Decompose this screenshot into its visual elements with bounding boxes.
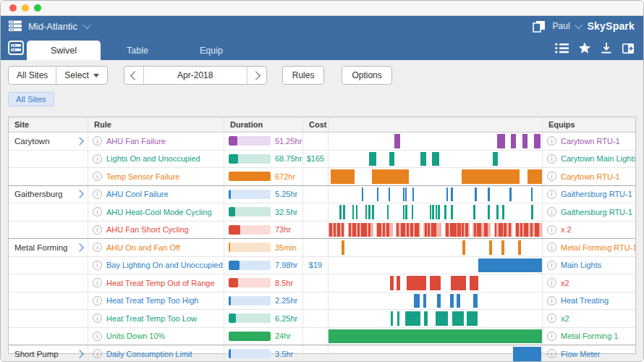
- equip-info-icon[interactable]: i: [547, 349, 556, 358]
- rule-info-icon[interactable]: i: [93, 136, 102, 146]
- rule-link[interactable]: Heat Treat Temp Out of Range: [106, 279, 215, 287]
- equip-info-icon[interactable]: i: [547, 313, 556, 323]
- rule-info-icon[interactable]: i: [93, 296, 102, 306]
- select-dropdown-button[interactable]: Select: [56, 67, 106, 84]
- equip-info-icon[interactable]: i: [547, 190, 556, 199]
- rule-link[interactable]: AHU Cool Failure: [106, 190, 169, 198]
- tab-equip-label: Equip: [200, 46, 223, 56]
- project-menu-icon[interactable]: [8, 20, 22, 32]
- equip-link[interactable]: Metal Forming 1: [561, 332, 618, 340]
- table-row[interactable]: Short PumpiDaily Consumption Limit3.5hri…: [9, 345, 635, 362]
- equip-link[interactable]: Heat Treating: [561, 296, 609, 305]
- equip-link[interactable]: Gaithersburg RTU-1: [561, 190, 632, 198]
- equip-info-icon[interactable]: i: [547, 225, 556, 235]
- column-header-duration[interactable]: Duration: [224, 117, 303, 132]
- site-expand-chevron-icon[interactable]: [75, 243, 83, 251]
- table-row[interactable]: iUnits Down 10%24hriMetal Forming 1: [9, 327, 635, 345]
- timeline-segment: [488, 188, 489, 202]
- column-header-rule[interactable]: Rule: [88, 117, 224, 132]
- rule-link[interactable]: AHU Fan Failure: [106, 137, 166, 146]
- table-row[interactable]: Metal FormingiAHU On and Fan Off35miniMe…: [9, 238, 635, 256]
- favorite-star-icon[interactable]: [578, 42, 591, 54]
- table-row[interactable]: iLights On and Unoccupied68.75hr$165iCar…: [9, 150, 635, 168]
- table-row[interactable]: iTemp Sensor Failure672hriCarytown RTU-1: [9, 167, 635, 185]
- close-window-button[interactable]: [9, 4, 17, 12]
- equip-link[interactable]: x 2: [561, 225, 572, 234]
- rule-info-icon[interactable]: i: [93, 207, 102, 216]
- rule-info-icon[interactable]: i: [93, 313, 102, 323]
- equip-info-icon[interactable]: i: [547, 172, 556, 181]
- equip-link[interactable]: x2: [561, 314, 569, 323]
- list-view-icon[interactable]: [555, 43, 569, 54]
- equip-info-icon[interactable]: i: [547, 332, 556, 341]
- rule-link[interactable]: Temp Sensor Failure: [106, 172, 180, 181]
- rule-link[interactable]: AHU Fan Short Cycling: [106, 225, 189, 234]
- table-row[interactable]: iHeat Treat Temp Out of Range8.5hrix2: [9, 274, 635, 292]
- column-header-cost[interactable]: Cost: [303, 117, 329, 132]
- rule-info-icon[interactable]: i: [93, 154, 102, 164]
- equip-info-icon[interactable]: i: [547, 261, 556, 270]
- site-expand-chevron-icon[interactable]: [75, 190, 83, 198]
- user-menu[interactable]: Paul: [553, 21, 580, 31]
- rule-info-icon[interactable]: i: [93, 349, 102, 358]
- rule-info-icon[interactable]: i: [93, 243, 102, 252]
- all-sites-button[interactable]: All Sites: [9, 67, 56, 84]
- tab-equip[interactable]: Equip: [174, 41, 248, 60]
- all-sites-filter-chip[interactable]: All Sites: [8, 92, 54, 106]
- equip-link[interactable]: Flow Meter: [561, 350, 600, 358]
- duplicate-view-icon[interactable]: [533, 20, 546, 33]
- table-row[interactable]: iAHU Fan Short Cycling73hrix 2: [9, 221, 635, 239]
- equip-info-icon[interactable]: i: [547, 207, 556, 216]
- project-chevron-down-icon[interactable]: [83, 21, 91, 29]
- project-name[interactable]: Mid-Atlantic: [28, 21, 77, 32]
- rule-info-icon[interactable]: i: [93, 332, 102, 341]
- minimize-window-button[interactable]: [22, 4, 29, 12]
- equip-link[interactable]: Carytown RTU-1: [561, 137, 620, 146]
- equip-link[interactable]: Metal Forming RTU-1: [561, 243, 635, 252]
- rule-info-icon[interactable]: i: [93, 261, 102, 270]
- rule-link[interactable]: Lights On and Unoccupied: [106, 154, 200, 163]
- rule-link[interactable]: Daily Consumption Limit: [106, 350, 192, 358]
- equip-info-icon[interactable]: i: [547, 243, 556, 252]
- equip-link[interactable]: Carytown RTU-1: [561, 172, 620, 181]
- next-period-button[interactable]: [247, 67, 266, 84]
- app-nav-icon[interactable]: [8, 41, 24, 55]
- rule-link[interactable]: Units Down 10%: [106, 332, 165, 340]
- tab-swivel[interactable]: Swivel: [27, 41, 101, 60]
- rule-info-icon[interactable]: i: [93, 278, 102, 287]
- rule-link[interactable]: Heat Treat Temp Too High: [106, 296, 198, 305]
- tab-table[interactable]: Table: [101, 41, 174, 60]
- table-row[interactable]: iAHU Heat-Cool Mode Cycling32.5hriGaithe…: [9, 203, 635, 221]
- table-row[interactable]: CarytowniAHU Fan Failure51.25hriCarytown…: [9, 132, 635, 150]
- equip-link[interactable]: Carytown Main Lights: [561, 154, 635, 163]
- zoom-window-button[interactable]: [34, 4, 41, 12]
- table-row[interactable]: GaithersburgiAHU Cool Failure5.25hriGait…: [9, 185, 635, 203]
- options-button[interactable]: Options: [342, 66, 391, 85]
- date-range-field[interactable]: Apr-2018: [143, 67, 247, 84]
- table-row[interactable]: iBay Lighting On and Unoccupied7.98hr$19…: [9, 256, 635, 274]
- rule-info-icon[interactable]: i: [93, 225, 102, 235]
- rules-button[interactable]: Rules: [282, 66, 325, 85]
- equip-info-icon[interactable]: i: [547, 154, 556, 164]
- rule-info-icon[interactable]: i: [93, 172, 102, 181]
- download-icon[interactable]: [601, 42, 612, 54]
- column-header-site[interactable]: Site: [9, 117, 88, 132]
- rule-link[interactable]: Bay Lighting On and Unoccupied: [106, 261, 223, 269]
- rule-link[interactable]: Heat Treat Temp Too Low: [106, 314, 197, 323]
- equip-info-icon[interactable]: i: [547, 136, 556, 146]
- site-expand-chevron-icon[interactable]: [75, 137, 83, 145]
- equip-link[interactable]: Gaithersburg RTU-1: [561, 208, 632, 216]
- equip-link[interactable]: x2: [561, 279, 569, 287]
- site-expand-chevron-icon[interactable]: [75, 350, 83, 358]
- equip-info-icon[interactable]: i: [547, 296, 556, 306]
- column-header-equips[interactable]: Equips: [543, 117, 635, 132]
- rule-link[interactable]: AHU On and Fan Off: [106, 243, 180, 252]
- equip-link[interactable]: Main Lights: [561, 261, 601, 269]
- rule-info-icon[interactable]: i: [93, 190, 102, 199]
- new-window-icon[interactable]: [622, 43, 635, 54]
- table-row[interactable]: iHeat Treat Temp Too High2.25hriHeat Tre…: [9, 292, 635, 310]
- table-row[interactable]: iHeat Treat Temp Too Low6.25hrix2: [9, 309, 635, 327]
- prev-period-button[interactable]: [124, 67, 143, 84]
- equip-info-icon[interactable]: i: [547, 278, 556, 287]
- rule-link[interactable]: AHU Heat-Cool Mode Cycling: [106, 208, 212, 216]
